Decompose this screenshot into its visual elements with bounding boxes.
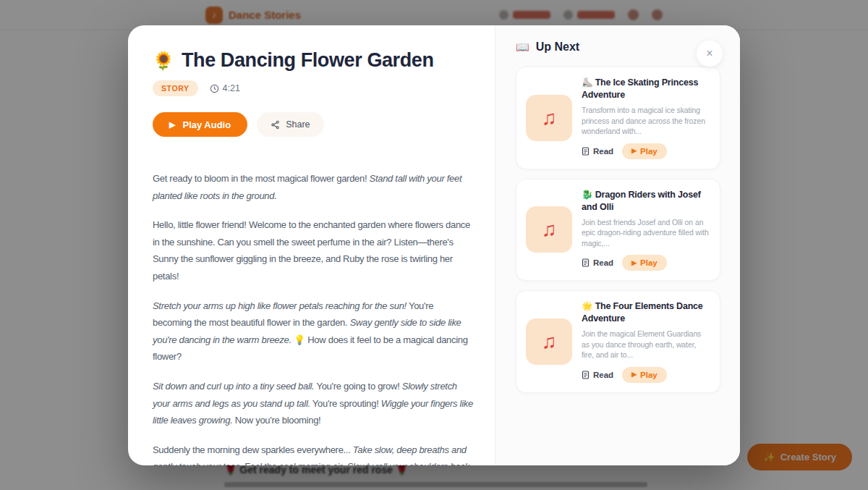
close-button[interactable]: × [697, 41, 723, 67]
music-note-icon: ♫ [542, 331, 557, 352]
card-actions: Read▶Play [582, 255, 710, 271]
story-emoji-icon: 🐉 [582, 190, 595, 200]
read-button[interactable]: Read [582, 147, 613, 156]
story-modal: 🌻 The Dancing Flower Garden STORY 4:21 ▶… [128, 25, 740, 465]
read-label: Read [593, 147, 613, 156]
upnext-header: 📖 Up Next [516, 41, 720, 54]
card-description: Transform into a magical ice skating pri… [582, 105, 710, 137]
upnext-card[interactable]: ♫🐉 Dragon Riders with Josef and OlliJoin… [516, 179, 720, 282]
share-button[interactable]: Share [257, 112, 323, 137]
card-body: ⛸️ The Ice Skating Princess AdventureTra… [582, 77, 710, 159]
share-icon [271, 120, 280, 130]
card-title: ⛸️ The Ice Skating Princess Adventure [582, 77, 710, 101]
music-note-icon: ♫ [542, 108, 557, 128]
duration: 4:21 [210, 83, 240, 93]
clock-icon [210, 84, 219, 93]
read-label: Read [593, 258, 613, 267]
play-audio-label: Play Audio [182, 119, 231, 130]
sunflower-icon: 🌻 [153, 51, 174, 71]
play-icon: ▶ [631, 371, 637, 378]
card-title: 🐉 Dragon Riders with Josef and Olli [582, 189, 710, 214]
story-actions: ▶ Play Audio Share [153, 112, 473, 137]
movement-instruction: Slowly roll your shoulders back [347, 461, 469, 465]
read-button[interactable]: Read [582, 258, 613, 267]
upnext-panel: 📖 Up Next ♫⛸️ The Ice Skating Princess A… [495, 25, 740, 465]
story-heading: 🌻 The Dancing Flower Garden [153, 49, 473, 72]
story-sentence: Feel the cool morning air. [242, 461, 347, 465]
upnext-card[interactable]: ♫⛸️ The Ice Skating Princess AdventureTr… [516, 67, 720, 169]
document-icon [582, 258, 590, 267]
story-type-badge: STORY [153, 80, 198, 96]
card-title: 🌟 The Four Elements Dance Adventure [582, 300, 710, 325]
story-paragraph: Sit down and curl up into a tiny seed ba… [153, 378, 473, 429]
card-body: 🐉 Dragon Riders with Josef and OlliJoin … [582, 189, 710, 271]
story-paragraph: Suddenly the morning dew sparkles everyw… [153, 442, 473, 465]
story-sentence: Suddenly the morning dew sparkles everyw… [153, 444, 353, 455]
play-icon: ▶ [169, 121, 175, 129]
read-button[interactable]: Read [582, 371, 613, 379]
play-label: Play [640, 371, 658, 379]
upnext-card[interactable]: ♫🌟 The Four Elements Dance AdventureJoin… [516, 290, 720, 393]
page-title: The Dancing Flower Garden [182, 49, 434, 72]
play-button[interactable]: ▶Play [622, 255, 667, 271]
story-paragraph: Stretch your arms up high like flower pe… [153, 297, 473, 366]
story-panel: 🌻 The Dancing Flower Garden STORY 4:21 ▶… [128, 25, 495, 465]
movement-instruction: Stretch your arms up high like flower pe… [153, 300, 407, 311]
close-icon: × [706, 47, 712, 60]
read-label: Read [593, 371, 613, 379]
play-button[interactable]: ▶Play [622, 367, 667, 383]
duration-value: 4:21 [223, 83, 240, 93]
document-icon [582, 371, 590, 379]
play-icon: ▶ [631, 260, 637, 266]
card-description: Join best friends Josef and Olli on an e… [582, 217, 710, 249]
card-actions: Read▶Play [582, 367, 710, 383]
upnext-title: Up Next [536, 41, 579, 54]
story-sentence: Hello, little flower friend! Welcome to … [153, 219, 470, 282]
story-thumbnail: ♫ [526, 95, 572, 141]
story-emoji-icon: 🌟 [582, 301, 595, 311]
card-actions: Read▶Play [582, 143, 710, 159]
story-emoji-icon: ⛸️ [582, 77, 595, 88]
document-icon [582, 147, 590, 156]
share-label: Share [286, 119, 310, 130]
story-thumbnail: ♫ [526, 318, 572, 365]
story-sentence: You're going to grow! [314, 381, 401, 392]
card-body: 🌟 The Four Elements Dance AdventureJoin … [582, 300, 710, 383]
music-note-icon: ♫ [542, 219, 557, 240]
play-icon: ▶ [631, 148, 637, 154]
story-paragraph: Get ready to bloom in the most magical f… [153, 170, 473, 204]
play-button[interactable]: ▶Play [622, 143, 667, 159]
story-sentence: Get ready to bloom in the most magical f… [153, 173, 370, 184]
play-audio-button[interactable]: ▶ Play Audio [153, 112, 247, 137]
play-label: Play [640, 258, 658, 267]
story-text: Get ready to bloom in the most magical f… [153, 170, 473, 465]
story-paragraph: Hello, little flower friend! Welcome to … [153, 216, 473, 284]
story-meta: STORY 4:21 [153, 80, 473, 96]
story-thumbnail: ♫ [526, 206, 572, 253]
movement-instruction: Sit down and curl up into a tiny seed ba… [153, 381, 314, 392]
story-sentence: You're sprouting! [310, 398, 381, 409]
play-label: Play [640, 147, 658, 156]
upnext-card-list: ♫⛸️ The Ice Skating Princess AdventureTr… [516, 67, 720, 393]
card-description: Join the magical Element Guardians as yo… [582, 329, 710, 360]
story-sentence: Now you're blooming! [232, 415, 320, 426]
book-icon: 📖 [516, 41, 529, 54]
